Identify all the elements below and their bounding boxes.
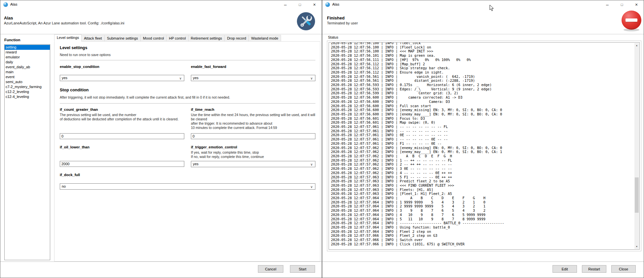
enable-fast-forward-value: yes <box>193 76 198 80</box>
function-item-c7-2[interactable]: c7-2_mystery_farming <box>5 84 50 89</box>
tab-hp-control[interactable]: HP control <box>166 35 188 42</box>
tab-retirement-settings[interactable]: Retirement settings <box>188 35 225 42</box>
maximize-button[interactable]: □ <box>615 0 629 9</box>
if-dock-full-label: if_dock_full <box>60 173 80 177</box>
function-panel-label: Function <box>4 38 20 42</box>
close-icon[interactable]: × <box>307 0 322 9</box>
window-title: Alas <box>332 2 339 6</box>
function-item-daily[interactable]: daily <box>5 60 50 65</box>
edit-button[interactable]: Edit <box>553 265 577 273</box>
status-group-label: Status <box>328 35 338 39</box>
restart-button[interactable]: Restart <box>582 265 606 273</box>
enable-fast-forward-label: enable_fast_forward <box>191 65 226 69</box>
if-trigger-emotion-control-select[interactable]: yes ∨ <box>191 161 315 167</box>
runner-window: Alas – □ × Finished Terminated by user S… <box>322 0 644 278</box>
log-scrollbar[interactable]: ▲ ▼ <box>634 43 639 249</box>
function-item-emulator[interactable]: emulator <box>5 55 50 60</box>
enable-stop-condition-select[interactable]: yes ∨ <box>60 75 184 81</box>
run-status-subtitle: Terminated by user <box>327 21 358 25</box>
config-window: Alas – □ × Alas AzurLaneAutoScript, An A… <box>0 0 322 278</box>
scroll-up-icon[interactable]: ▲ <box>634 43 639 48</box>
function-item-event-daily-ab[interactable]: event_daily_ab <box>5 65 50 70</box>
enable-fast-forward-select[interactable]: yes ∨ <box>191 75 315 81</box>
mouse-cursor <box>489 5 494 12</box>
chevron-down-icon: ∨ <box>179 76 182 81</box>
chevron-down-icon: ∨ <box>310 162 313 167</box>
if-trigger-emotion-control-desc: If yes, wait for reply, complete this ti… <box>191 150 316 159</box>
chevron-down-icon: ∨ <box>310 76 313 81</box>
titlebar: Alas – □ × <box>322 0 644 9</box>
if-time-reach-input[interactable] <box>191 133 315 139</box>
log-text: 2020-05-28 12:07:56.100 | INFO | fleet_l… <box>329 42 639 246</box>
function-item-c12-2[interactable]: c12-2_leveling <box>5 89 50 94</box>
header-separator <box>0 34 322 34</box>
page-subtitle: AzurLaneAutoScript, An Azur Lane automat… <box>4 21 124 25</box>
tab-drop-record[interactable]: Drop record <box>224 35 249 42</box>
page-title: Alas <box>4 15 13 20</box>
if-count-greater-than-label: if_count_greater_than <box>60 108 98 111</box>
level-settings-panel: Level settings Need to run once to save … <box>54 41 320 262</box>
function-list[interactable]: setting reward emulator daily event_dail… <box>4 44 50 260</box>
if-time-reach-desc: Use the time within the next 24 hours, t… <box>191 113 316 130</box>
cancel-button[interactable]: Cancel <box>258 265 283 273</box>
section-desc-level-settings: Need to run once to save options <box>60 53 111 57</box>
if-dock-full-select[interactable]: no ∨ <box>60 183 315 190</box>
section-desc-stop-condition: After triggering, it will not stop immed… <box>60 95 230 99</box>
app-logo-icon <box>325 2 330 7</box>
section-title-level-settings: Level settings <box>60 46 87 50</box>
header-separator <box>322 34 644 34</box>
function-item-setting[interactable]: setting <box>5 45 50 50</box>
minimize-button[interactable]: – <box>600 0 615 9</box>
tab-wasteland-mode[interactable]: Wasteland mode <box>248 35 281 42</box>
maximize-button[interactable]: □ <box>293 0 307 9</box>
close-button[interactable]: Close <box>611 265 636 273</box>
if-dock-full-value: no <box>62 184 66 188</box>
close-icon[interactable]: × <box>629 0 644 9</box>
log-output[interactable]: 2020-05-28 12:07:56.100 | INFO | fleet_l… <box>329 42 640 250</box>
divider <box>60 60 315 60</box>
footer-separator <box>322 262 644 262</box>
titlebar: Alas – □ × <box>0 0 322 9</box>
chevron-down-icon: ∨ <box>310 184 313 190</box>
tab-level-settings[interactable]: Level settings <box>54 34 82 42</box>
function-item-reward[interactable]: reward <box>5 50 50 55</box>
enable-stop-condition-label: enable_stop_condition <box>60 65 99 69</box>
if-oil-lower-than-label: if_oil_lower_than <box>60 145 89 149</box>
run-status-title: Finished <box>327 15 344 20</box>
status-groupbox: 2020-05-28 12:07:56.100 | INFO | fleet_l… <box>327 41 641 251</box>
window-title: Alas <box>10 2 17 6</box>
app-logo-icon <box>3 2 8 7</box>
tab-submarine-settings[interactable]: Submarine settings <box>104 35 141 42</box>
if-oil-lower-than-input[interactable] <box>60 161 184 167</box>
section-title-stop-condition: Stop condition <box>60 88 89 92</box>
tab-attack-fleet[interactable]: Attack fleet <box>81 35 104 42</box>
if-trigger-emotion-control-value: yes <box>193 162 198 166</box>
function-item-semi-auto[interactable]: semi_auto <box>5 79 50 84</box>
if-count-greater-than-desc: The previous setting will be used, and t… <box>60 113 185 121</box>
if-time-reach-label: if_time_reach <box>191 108 214 111</box>
scrollbar-thumb[interactable] <box>635 177 639 213</box>
tab-mood-control[interactable]: Mood control <box>140 35 167 42</box>
settings-tabbar: Level settings Attack fleet Submarine se… <box>54 35 281 42</box>
tools-icon <box>297 12 315 30</box>
stop-sign-icon <box>622 11 641 30</box>
function-item-main[interactable]: main <box>5 70 50 75</box>
footer-separator <box>0 262 322 262</box>
if-count-greater-than-input[interactable] <box>60 133 184 139</box>
minimize-button[interactable]: – <box>278 0 293 9</box>
function-item-event[interactable]: event <box>5 75 50 79</box>
start-button[interactable]: Start <box>290 265 315 273</box>
divider <box>60 103 315 104</box>
scroll-down-icon[interactable]: ▼ <box>634 244 639 249</box>
if-trigger-emotion-control-label: if_trigger_emotion_control <box>191 145 237 149</box>
function-item-c12-4[interactable]: c12-4_leveling <box>5 94 50 99</box>
enable-stop-condition-value: yes <box>62 76 67 80</box>
